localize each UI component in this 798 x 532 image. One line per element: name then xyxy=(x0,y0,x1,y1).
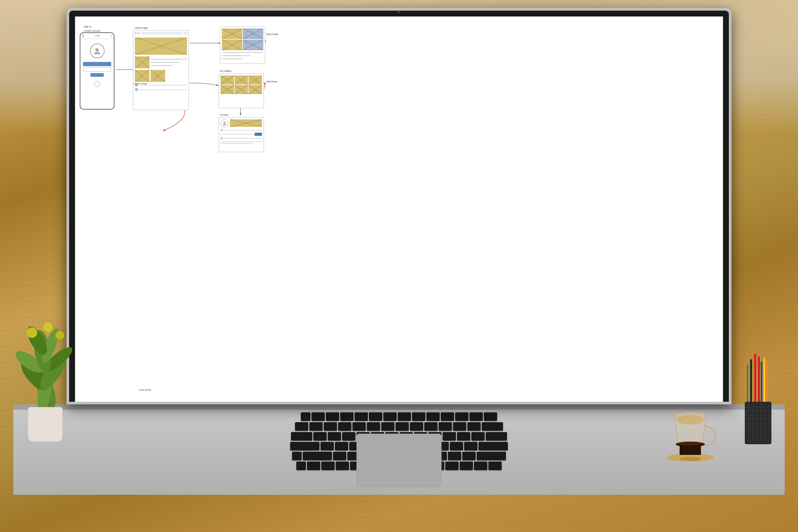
key-option-right[interactable] xyxy=(445,461,459,470)
key-option[interactable] xyxy=(321,461,335,470)
key-shift-l2[interactable] xyxy=(303,452,332,460)
trackpad[interactable] xyxy=(356,434,442,487)
key-capslock[interactable] xyxy=(290,442,319,450)
key-w[interactable] xyxy=(328,432,341,440)
avatar xyxy=(90,44,105,58)
key-cmd-left[interactable] xyxy=(336,461,349,470)
key-a[interactable] xyxy=(320,442,334,450)
toolbar-url-bar xyxy=(142,32,182,34)
gallery-img-4 xyxy=(221,85,234,94)
contact-form xyxy=(219,128,264,144)
profile-wireframe xyxy=(220,26,265,64)
key-e[interactable] xyxy=(342,432,355,440)
mobile-phone-wireframe: ☰ USER ••• xyxy=(80,33,114,110)
key-s[interactable] xyxy=(335,442,348,450)
svg-point-48 xyxy=(677,415,704,424)
key-bracket-open[interactable] xyxy=(457,432,470,440)
key-backtick[interactable] xyxy=(295,422,308,431)
gallery-img-2 xyxy=(235,76,248,84)
contact-line-1 xyxy=(224,130,262,131)
key-p[interactable] xyxy=(443,432,456,440)
key-delete[interactable] xyxy=(484,412,497,421)
key-9[interactable] xyxy=(424,422,438,431)
svg-point-17 xyxy=(43,323,53,332)
key-backspace[interactable] xyxy=(482,422,503,431)
key-f9[interactable] xyxy=(426,412,440,421)
key-f8[interactable] xyxy=(412,412,425,421)
key-up-down[interactable] xyxy=(474,461,487,470)
contact-send-button xyxy=(255,133,262,136)
profile-line-1 xyxy=(222,52,263,53)
contact-form-row-2 xyxy=(221,133,262,136)
key-right[interactable] xyxy=(488,461,502,470)
line-1 xyxy=(151,59,187,60)
profile-img-3 xyxy=(222,40,242,50)
key-minus[interactable] xyxy=(453,422,466,431)
coffee-cup-svg xyxy=(660,383,721,463)
phone-avatar-container xyxy=(80,39,114,60)
gallery-img-5 xyxy=(235,85,248,94)
phone-menu-icon: ☰ xyxy=(82,34,84,37)
key-3[interactable] xyxy=(338,422,351,431)
plant-leaves-svg xyxy=(8,309,82,420)
gallery-img-6 xyxy=(248,85,262,94)
svg-point-50 xyxy=(680,457,701,461)
key-z[interactable] xyxy=(333,452,346,460)
key-0[interactable] xyxy=(439,422,452,431)
homepage-content-row-2 xyxy=(133,70,189,82)
key-quote[interactable] xyxy=(464,442,478,450)
key-return-top[interactable] xyxy=(486,432,507,440)
key-f4[interactable] xyxy=(355,412,368,421)
key-f1[interactable] xyxy=(312,412,325,421)
key-semicolon[interactable] xyxy=(450,442,463,450)
toolbar-dot-1 xyxy=(135,33,136,34)
contact-extra-line-1 xyxy=(221,141,262,142)
key-5[interactable] xyxy=(367,422,380,431)
contact-line-2 xyxy=(221,134,254,135)
homepage-thumb-2 xyxy=(135,70,149,82)
key-shift-right[interactable] xyxy=(477,452,506,460)
key-q[interactable] xyxy=(313,432,327,440)
key-tab[interactable] xyxy=(291,432,312,440)
key-4[interactable] xyxy=(352,422,366,431)
key-2[interactable] xyxy=(324,422,337,431)
pencil-holder xyxy=(729,354,782,447)
edit-profile-label: Edit Profile xyxy=(266,33,278,36)
key-f12[interactable] xyxy=(469,412,483,421)
phone-button-container xyxy=(83,73,111,77)
key-1[interactable] xyxy=(309,422,323,431)
key-shift-left[interactable] xyxy=(292,452,302,460)
key-equals[interactable] xyxy=(467,422,481,431)
key-control[interactable] xyxy=(307,461,320,470)
key-period[interactable] xyxy=(448,452,461,460)
social-media-label: Social Media xyxy=(139,389,151,391)
key-f3[interactable] xyxy=(340,412,353,421)
key-f2[interactable] xyxy=(326,412,339,421)
social-row-2 xyxy=(135,88,187,91)
key-f6[interactable] xyxy=(383,412,396,421)
phone-user-text: USER xyxy=(86,35,109,37)
contact-avatar xyxy=(221,119,228,127)
contact-top-row xyxy=(219,118,264,128)
key-6[interactable] xyxy=(381,422,394,431)
key-return[interactable] xyxy=(479,442,508,450)
key-f7[interactable] xyxy=(398,412,411,421)
screen-outer-frame: - Sign In - Create Account ☰ USER ••• xyxy=(67,8,731,404)
profile-line-2 xyxy=(222,55,250,56)
key-slash[interactable] xyxy=(462,452,476,460)
signin-labels: - Sign In - Create Account xyxy=(82,24,100,33)
key-fn[interactable] xyxy=(301,412,311,421)
contact-line-3 xyxy=(224,138,262,139)
key-f11[interactable] xyxy=(455,412,468,421)
phone-password-field: ···· xyxy=(83,68,111,72)
key-7[interactable] xyxy=(395,422,409,431)
key-f10[interactable] xyxy=(441,412,454,421)
phone-inputs: ···· xyxy=(80,60,114,78)
key-fn2[interactable] xyxy=(296,461,306,470)
edit-profile-text: Edit Profile xyxy=(266,33,278,36)
key-f5[interactable] xyxy=(369,412,382,421)
key-8[interactable] xyxy=(410,422,423,431)
key-left[interactable] xyxy=(460,461,473,470)
key-bracket-close[interactable] xyxy=(471,432,485,440)
svg-point-5 xyxy=(95,49,99,52)
